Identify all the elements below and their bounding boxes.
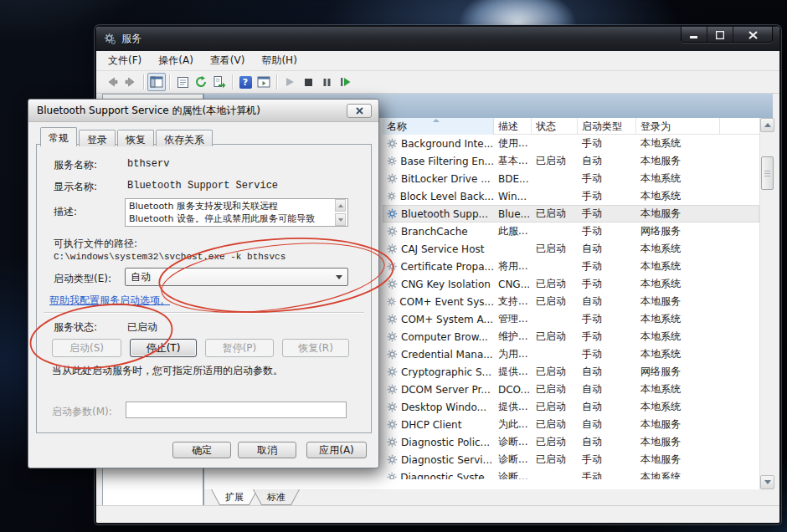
extended-view-icon[interactable] (255, 73, 273, 91)
pause-button[interactable]: 暂停(P) (205, 339, 274, 357)
service-logon-cell: 本地系统 (636, 312, 720, 326)
service-row[interactable]: DHCP Client为此...已启动自动本地服务 (383, 416, 759, 433)
service-status-cell: 已启动 (532, 453, 578, 467)
service-logon-cell: 本地系统 (636, 382, 720, 396)
configure-startup-help-link[interactable]: 帮助我配置服务启动选项。 (49, 294, 170, 308)
show-console-tree-icon[interactable] (147, 73, 166, 91)
maximize-button[interactable] (707, 27, 733, 43)
service-row[interactable]: CNG Key IsolationCNG...已启动手动本地系统 (383, 275, 759, 293)
scrollbar-thumb[interactable] (761, 156, 774, 190)
description-textbox[interactable]: Bluetooth 服务支持发现和关联远程 Bluetooth 设备。停止或禁用… (125, 198, 348, 227)
menu-file[interactable]: 文件(F) (100, 51, 150, 70)
menu-action[interactable]: 操作(A) (150, 51, 202, 70)
tab-recovery[interactable]: 恢复 (117, 130, 154, 146)
start-button[interactable]: 启动(S) (52, 339, 121, 357)
service-gear-icon (387, 279, 398, 289)
startup-type-label: 启动类型(E): (54, 272, 111, 286)
service-startup-type-cell: 手动 (578, 470, 636, 479)
tab-logon[interactable]: 登录 (79, 130, 116, 146)
apply-button[interactable]: 应用(A) (306, 442, 367, 458)
service-row[interactable]: Credential Mana...为用...手动本地系统 (383, 345, 759, 363)
service-logon-cell: 本地服务 (636, 154, 720, 168)
export-list-icon[interactable] (210, 73, 229, 91)
service-row[interactable]: Block Level Back...Win...手动本地系统 (383, 187, 759, 205)
start-parameters-input[interactable] (126, 402, 347, 418)
tab-general[interactable]: 常规 (40, 127, 77, 146)
stop-service-icon[interactable] (299, 73, 317, 91)
menu-view[interactable]: 查看(V) (202, 51, 254, 70)
restart-service-icon[interactable] (336, 73, 354, 91)
menu-help[interactable]: 帮助(H) (253, 51, 305, 70)
tab-standard[interactable]: 标准 (253, 489, 300, 505)
service-row[interactable]: Background Inte...使用...手动本地系统 (383, 135, 759, 152)
service-gear-icon (387, 419, 398, 430)
service-startup-type-cell: 手动 (578, 347, 636, 361)
tab-dependencies[interactable]: 依存关系 (156, 130, 213, 146)
description-scroll-down-icon[interactable] (335, 213, 346, 226)
back-icon[interactable] (103, 73, 121, 91)
service-row[interactable]: COM+ Event Sys...支持...已启动自动本地服务 (383, 293, 759, 310)
service-gear-icon (387, 138, 398, 149)
service-startup-type-cell: 自动 (578, 365, 636, 379)
description-scroll-up-icon[interactable] (335, 199, 346, 212)
toolbar-separator (143, 74, 144, 90)
service-row[interactable]: CAJ Service Host已启动自动本地系统 (383, 240, 759, 258)
service-row[interactable]: Bluetooth Supp...Blue...已启动手动本地服务 (383, 205, 759, 223)
list-scrollbar[interactable] (759, 118, 774, 489)
startup-type-select[interactable]: 自动 (125, 268, 348, 286)
column-header-name[interactable]: 名称 (383, 118, 494, 135)
service-description-cell: 提供... (494, 365, 532, 379)
column-header-status[interactable]: 状态 (532, 118, 578, 135)
tab-extended[interactable]: 扩展 (211, 489, 258, 505)
service-row[interactable]: DCOM Server Pr...DCO...已启动自动本地系统 (383, 381, 759, 398)
column-header-logon-as[interactable]: 登录为 (636, 118, 720, 135)
view-tabs: 扩展 标准 (203, 489, 773, 507)
service-startup-type-cell: 手动 (578, 330, 636, 344)
service-gear-icon (387, 366, 398, 377)
service-rows: Background Inte...使用...手动本地系统Base Filter… (383, 135, 759, 479)
services-window-titlebar[interactable]: 服务 (96, 27, 779, 51)
service-row[interactable]: Cryptographic S...提供...已启动自动网络服务 (383, 363, 759, 381)
pause-service-icon[interactable] (317, 73, 336, 91)
service-row[interactable]: Certificate Propa...将用...手动本地系统 (383, 258, 759, 275)
stop-button[interactable]: 停止(T) (130, 339, 197, 357)
service-startup-type-cell: 手动 (578, 312, 636, 326)
ok-button[interactable]: 确定 (172, 442, 231, 458)
dialog-titlebar[interactable]: Bluetooth Support Service 的属性(本地计算机) (28, 100, 378, 122)
column-header-description[interactable]: 描述 (494, 118, 532, 135)
service-status-cell: 已启动 (532, 242, 578, 256)
service-name-cell: Credential Mana... (383, 349, 494, 361)
display-name-label: 显示名称: (54, 180, 97, 194)
service-row[interactable]: BitLocker Drive ...BDE...手动本地系统 (383, 170, 759, 187)
service-logon-cell: 本地服务 (636, 294, 720, 309)
scroll-down-icon[interactable] (760, 475, 774, 489)
help-icon[interactable]: ? (236, 73, 255, 91)
service-row[interactable]: Diagnostic Servi...诊断...已启动手动本地服务 (383, 451, 759, 468)
service-name-cell: Desktop Windo... (383, 402, 494, 413)
refresh-icon[interactable] (192, 73, 210, 91)
divider (44, 312, 364, 313)
service-logon-cell: 网络服务 (636, 224, 720, 238)
properties-icon[interactable] (173, 73, 192, 91)
column-header-startup-type[interactable]: 启动类型 (578, 118, 636, 135)
service-logon-cell: 本地系统 (636, 171, 720, 186)
cancel-button[interactable]: 取消 (238, 442, 296, 458)
service-row[interactable]: Computer Brow...维护...已启动手动本地系统 (383, 328, 759, 345)
dialog-close-button[interactable] (347, 104, 372, 118)
service-row[interactable]: Base Filtering En...基本...已启动自动本地服务 (383, 152, 759, 170)
resume-button[interactable]: 恢复(R) (282, 339, 349, 357)
service-name-cell: Bluetooth Supp... (383, 208, 494, 220)
display-name-value: Bluetooth Support Service (127, 180, 278, 192)
forward-icon[interactable] (121, 73, 140, 91)
service-row[interactable]: COM+ System A...管理...手动本地系统 (383, 310, 759, 328)
service-row[interactable]: Desktop Windo...提供...已启动自动本地系统 (383, 398, 759, 416)
start-service-icon[interactable] (280, 73, 299, 91)
service-row[interactable]: BranchCache此服...手动网络服务 (383, 223, 759, 240)
minimize-button[interactable] (682, 27, 707, 43)
close-button[interactable] (733, 27, 772, 43)
service-row[interactable]: Diagnostic Syste...诊断...手动本地系统 (383, 468, 759, 479)
service-startup-type-cell: 自动 (578, 400, 636, 414)
scroll-up-icon[interactable] (760, 118, 774, 132)
service-description-cell: 管理... (494, 312, 532, 326)
service-row[interactable]: Diagnostic Polic...诊断...已启动自动本地服务 (383, 433, 759, 451)
